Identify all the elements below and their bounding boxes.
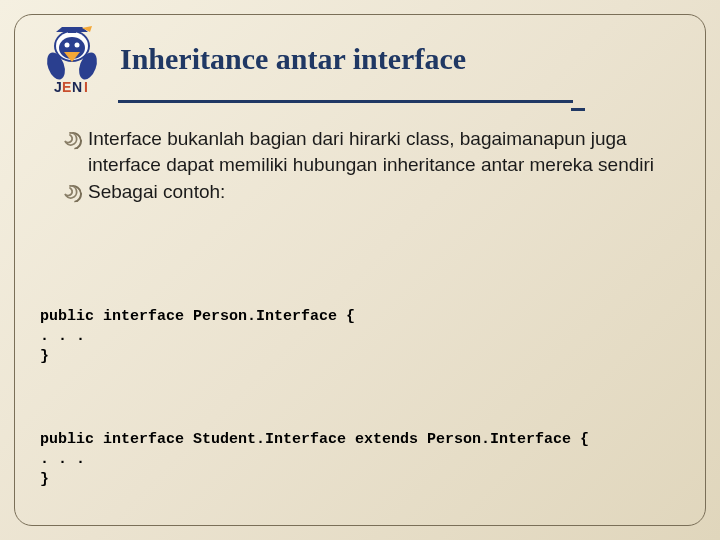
code-block: public interface Student.Interface exten…	[40, 430, 690, 491]
svg-text:E: E	[62, 79, 71, 95]
content-area: Interface bukanlah bagian dari hirarki c…	[60, 126, 674, 207]
svg-rect-5	[68, 27, 76, 33]
svg-point-4	[75, 43, 80, 48]
code-area: public interface Person.Interface { . . …	[40, 266, 690, 533]
svg-point-3	[65, 43, 70, 48]
title-divider	[118, 100, 573, 103]
jeni-logo: J E N I	[38, 24, 108, 102]
slide-title: Inheritance antar interface	[120, 42, 466, 76]
bullet-item: Interface bukanlah bagian dari hirarki c…	[60, 126, 674, 177]
svg-text:I: I	[84, 79, 88, 95]
code-block: public interface Person.Interface { . . …	[40, 307, 690, 368]
svg-text:J: J	[54, 79, 62, 95]
bullet-text: Interface bukanlah bagian dari hirarki c…	[88, 128, 654, 175]
svg-text:N: N	[72, 79, 82, 95]
bullet-text: Sebagai contoh:	[88, 181, 225, 202]
bullet-item: Sebagai contoh:	[60, 179, 674, 205]
bullet-icon	[62, 131, 78, 147]
bullet-icon	[62, 184, 78, 200]
